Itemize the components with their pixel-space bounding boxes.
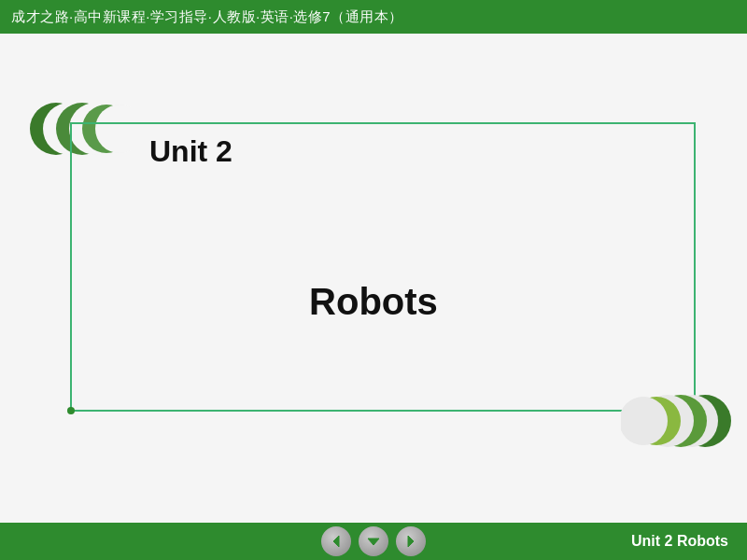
nav-home-button[interactable]: [359, 526, 388, 556]
main-content: Unit 2 Robots: [0, 34, 747, 523]
svg-marker-14: [408, 536, 414, 547]
header-title: 成才之路·高中新课程·学习指导·人教版·英语·选修7（通用本）: [11, 8, 403, 26]
corner-dot: [67, 407, 75, 414]
arrow-down-icon: [366, 534, 381, 549]
nav-buttons: [321, 526, 426, 556]
arrow-right-icon: [403, 534, 418, 549]
nav-prev-button[interactable]: [321, 526, 351, 556]
arrow-left-icon: [329, 534, 344, 549]
top-bar: 成才之路·高中新课程·学习指导·人教版·英语·选修7（通用本）: [0, 0, 747, 34]
svg-marker-12: [333, 536, 339, 547]
footer-label: Unit 2 Robots: [631, 533, 728, 550]
svg-marker-13: [368, 539, 379, 545]
footer: Unit 2 Robots: [0, 523, 747, 560]
unit-box: [70, 122, 696, 412]
right-decoration-icon: [621, 388, 733, 457]
center-title: Robots: [0, 281, 747, 323]
svg-point-11: [621, 397, 668, 445]
nav-next-button[interactable]: [396, 526, 426, 556]
